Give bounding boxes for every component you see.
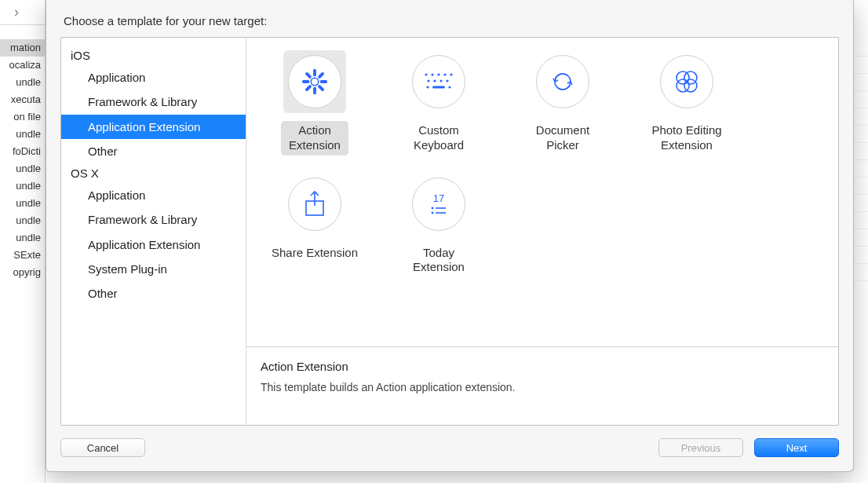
svg-point-17	[446, 79, 448, 82]
background-list-item[interactable]: on file	[0, 108, 46, 126]
svg-point-16	[439, 79, 442, 82]
button-row: Cancel Previous Next	[60, 438, 839, 457]
svg-point-24	[684, 71, 697, 84]
svg-point-10	[431, 73, 433, 75]
sidebar-group-header: OS X	[61, 163, 246, 183]
sidebar-item[interactable]: Application	[61, 65, 246, 90]
template-tile[interactable]: Custom Keyboard	[377, 50, 501, 156]
chevron-right-icon[interactable]: ›	[14, 4, 19, 20]
template-main: Action ExtensionCustom KeyboardDocument …	[246, 38, 838, 425]
background-list-item[interactable]: SExte	[0, 247, 46, 264]
next-button[interactable]: Next	[754, 438, 839, 457]
svg-point-14	[427, 79, 429, 82]
svg-point-18	[426, 86, 429, 88]
background-list-item[interactable]: undle	[0, 177, 46, 195]
svg-line-8	[319, 74, 323, 77]
background-list: mationocalizaundlexecutaon fileundlefoDi…	[0, 39, 46, 281]
today-icon: 17	[412, 177, 465, 231]
svg-point-15	[433, 79, 436, 82]
refresh-icon	[536, 55, 589, 108]
svg-point-28	[432, 207, 434, 209]
sheet-title: Choose a template for your new target:	[64, 14, 839, 27]
svg-point-20	[448, 86, 450, 88]
svg-point-21	[684, 79, 697, 92]
sidebar-item[interactable]: Framework & Library	[61, 90, 246, 114]
category-sidebar: iOSApplicationFramework & LibraryApplica…	[61, 38, 246, 425]
background-list-item[interactable]: undle	[0, 126, 46, 143]
background-list-item[interactable]: mation	[0, 39, 46, 57]
template-label: Share Extension	[264, 243, 366, 263]
template-label: Custom Keyboard	[406, 121, 472, 156]
sidebar-item[interactable]: Other	[61, 139, 246, 163]
background-panel: › mationocalizaundlexecutaon fileundlefo…	[0, 0, 46, 483]
template-tile[interactable]: Photo Editing Extension	[625, 50, 749, 156]
svg-line-2	[319, 86, 323, 90]
svg-rect-19	[432, 86, 445, 89]
sidebar-item[interactable]: Application Extension	[61, 115, 246, 139]
background-list-item[interactable]: xecuta	[0, 91, 46, 108]
template-label: Action Extension	[281, 121, 348, 156]
sidebar-item[interactable]: Other	[61, 281, 246, 306]
svg-text:17: 17	[433, 192, 444, 204]
svg-point-22	[677, 79, 689, 92]
background-topbar: ›	[0, 0, 45, 25]
template-label: Today Extension	[405, 243, 472, 278]
template-tile[interactable]: Document Picker	[501, 50, 625, 156]
svg-line-4	[307, 86, 310, 90]
svg-point-13	[450, 73, 452, 75]
svg-point-23	[677, 71, 689, 84]
svg-point-0	[311, 78, 319, 86]
gear-icon	[288, 55, 341, 108]
svg-point-12	[443, 73, 446, 75]
template-label: Document Picker	[528, 121, 597, 156]
sidebar-item[interactable]: Framework & Library	[61, 207, 246, 232]
svg-point-11	[437, 73, 439, 75]
template-tile[interactable]: Action Extension	[253, 50, 377, 156]
template-tile[interactable]: Share Extension	[253, 173, 377, 278]
background-list-item[interactable]: foDicti	[0, 143, 46, 160]
share-icon	[288, 177, 341, 231]
background-list-item[interactable]: undle	[0, 212, 46, 229]
sidebar-item[interactable]: Application Extension	[61, 232, 246, 257]
background-list-item[interactable]: ocaliza	[0, 57, 46, 74]
background-list-item[interactable]: undle	[0, 74, 46, 91]
flower-icon	[660, 55, 713, 108]
new-target-sheet: Choose a template for your new target: i…	[46, 0, 854, 472]
description-text: This template builds an Action applicati…	[261, 381, 824, 393]
template-grid: Action ExtensionCustom KeyboardDocument …	[246, 38, 838, 346]
template-tile[interactable]: 17Today Extension	[377, 173, 501, 278]
svg-point-9	[425, 73, 427, 75]
sidebar-item[interactable]: System Plug-in	[61, 257, 246, 281]
svg-line-6	[307, 74, 310, 77]
sidebar-item[interactable]: Application	[61, 183, 246, 207]
template-description: Action Extension This template builds an…	[246, 346, 838, 425]
background-list-item[interactable]: undle	[0, 229, 46, 247]
svg-point-30	[432, 211, 434, 214]
description-title: Action Extension	[261, 360, 824, 373]
background-list-item[interactable]: undle	[0, 160, 46, 177]
template-label: Photo Editing Extension	[644, 121, 729, 156]
keyboard-icon	[412, 55, 465, 108]
cancel-button[interactable]: Cancel	[60, 438, 145, 457]
sidebar-group-header: iOS	[61, 46, 246, 65]
background-list-item[interactable]: opyrig	[0, 264, 46, 281]
previous-button[interactable]: Previous	[658, 438, 743, 457]
content-box: iOSApplicationFramework & LibraryApplica…	[60, 37, 839, 426]
background-list-item[interactable]: undle	[0, 195, 46, 212]
